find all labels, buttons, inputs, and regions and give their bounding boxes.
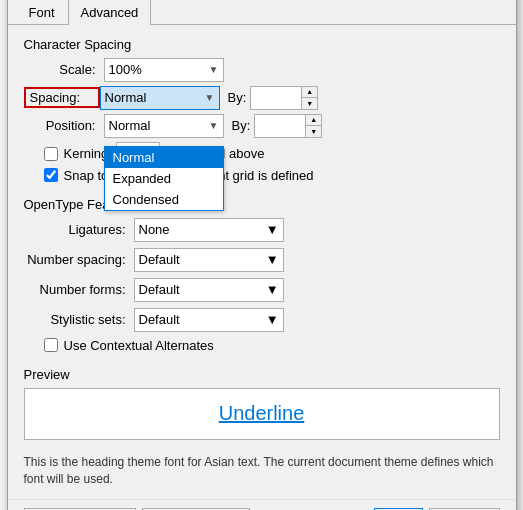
opentype-section: OpenType Features Ligatures: None ▼ Numb… — [24, 197, 500, 355]
contextual-checkbox[interactable] — [44, 338, 58, 352]
scale-dropdown-arrow: ▼ — [209, 64, 219, 75]
scale-select[interactable]: 100% ▼ — [104, 58, 224, 82]
spacing-spinner-buttons: ▲ ▼ — [302, 86, 318, 110]
dialog-content: Character Spacing Scale: 100% ▼ Spacing: — [8, 25, 516, 500]
font-dialog: Font ? ✕ Font Advanced Character Spacing… — [7, 0, 517, 510]
stylistic-sets-arrow: ▼ — [266, 312, 279, 327]
ligatures-label: Ligatures: — [24, 222, 134, 237]
number-forms-label: Number forms: — [24, 282, 134, 297]
spacing-select[interactable]: Normal ▼ — [100, 86, 220, 110]
ligatures-row: Ligatures: None ▼ — [24, 218, 500, 242]
char-spacing-title: Character Spacing — [24, 37, 500, 52]
description-text: This is the heading theme font for Asian… — [24, 454, 500, 488]
number-forms-select[interactable]: Default ▼ — [134, 278, 284, 302]
position-spinner-down[interactable]: ▼ — [306, 125, 321, 137]
position-spinner-buttons: ▲ ▼ — [306, 114, 322, 138]
ligatures-select[interactable]: None ▼ — [134, 218, 284, 242]
tab-bar: Font Advanced — [8, 0, 516, 25]
preview-box: Underline — [24, 388, 500, 440]
spacing-control-wrap: Normal ▼ By: ▲ ▼ — [100, 86, 500, 110]
spacing-spinner: ▲ ▼ — [250, 86, 318, 110]
by-label-1: By: — [228, 90, 247, 105]
preview-label: Preview — [24, 367, 500, 382]
scale-row: Scale: 100% ▼ — [24, 58, 500, 82]
tab-advanced[interactable]: Advanced — [68, 0, 152, 25]
contextual-row: Use Contextual Alternates — [24, 338, 500, 353]
dialog-footer: Set As Default Text Effects... OK Cancel — [8, 499, 516, 510]
spacing-dropdown-menu: Normal Expanded Condensed — [104, 146, 224, 211]
spacing-dropdown-arrow: ▼ — [205, 92, 215, 103]
position-row: Position: Normal ▼ By: ▲ ▼ — [24, 114, 500, 138]
tab-font[interactable]: Font — [16, 0, 68, 25]
spacing-by-input[interactable] — [250, 86, 302, 110]
number-forms-row: Number forms: Default ▼ — [24, 278, 500, 302]
spacing-option-normal[interactable]: Normal — [105, 147, 223, 168]
stylistic-sets-select[interactable]: Default ▼ — [134, 308, 284, 332]
number-spacing-select[interactable]: Default ▼ — [134, 248, 284, 272]
snap-row: Snap to grid when document grid is defin… — [24, 168, 500, 183]
stylistic-sets-label: Stylistic sets: — [24, 312, 134, 327]
preview-text: Underline — [219, 402, 305, 425]
number-spacing-label: Number spacing: — [24, 252, 134, 267]
spacing-spinner-down[interactable]: ▼ — [302, 97, 317, 109]
spacing-label: Spacing: — [24, 87, 100, 108]
kerning-row: Kerning: Points and above — [24, 142, 500, 166]
kerning-checkbox[interactable] — [44, 147, 58, 161]
number-forms-arrow: ▼ — [266, 282, 279, 297]
stylistic-sets-row: Stylistic sets: Default ▼ — [24, 308, 500, 332]
number-spacing-arrow: ▼ — [266, 252, 279, 267]
number-spacing-row: Number spacing: Default ▼ — [24, 248, 500, 272]
spacing-option-expanded[interactable]: Expanded — [105, 168, 223, 189]
position-spinner: ▲ ▼ — [254, 114, 322, 138]
ligatures-arrow: ▼ — [266, 222, 279, 237]
spacing-option-condensed[interactable]: Condensed — [105, 189, 223, 210]
spacing-spinner-up[interactable]: ▲ — [302, 87, 317, 98]
scale-control-wrap: 100% ▼ — [104, 58, 500, 82]
spacing-row: Spacing: Normal ▼ By: ▲ ▼ — [24, 86, 500, 110]
position-spinner-up[interactable]: ▲ — [306, 115, 321, 126]
opentype-title: OpenType Features — [24, 197, 500, 212]
character-spacing-section: Character Spacing Scale: 100% ▼ Spacing: — [24, 37, 500, 185]
position-select[interactable]: Normal ▼ — [104, 114, 224, 138]
contextual-label: Use Contextual Alternates — [64, 338, 214, 353]
position-control-wrap: Normal ▼ By: ▲ ▼ — [104, 114, 500, 138]
position-label: Position: — [24, 118, 104, 133]
scale-label: Scale: — [24, 62, 104, 77]
position-dropdown-arrow: ▼ — [209, 120, 219, 131]
preview-section: Preview Underline — [24, 367, 500, 440]
position-by-input[interactable] — [254, 114, 306, 138]
snap-checkbox[interactable] — [44, 168, 58, 182]
by-label-2: By: — [232, 118, 251, 133]
